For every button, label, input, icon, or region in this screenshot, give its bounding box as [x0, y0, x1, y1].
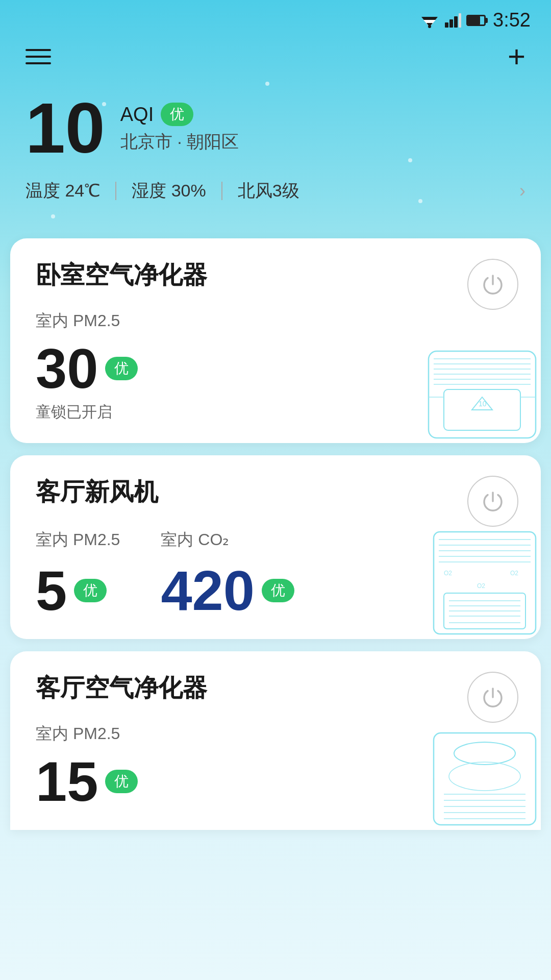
- temperature: 温度 24℃: [26, 179, 100, 203]
- power-icon-purifier2: [481, 685, 505, 709]
- svg-rect-4: [445, 22, 448, 28]
- svg-point-3: [428, 25, 431, 28]
- aqi-number: 10: [26, 92, 105, 164]
- quality-badge-bedroom: 优: [105, 357, 138, 380]
- quality-badge-pm25: 优: [74, 579, 107, 602]
- cards-container: 卧室空气净化器 室内 PM2.5 30 优 童锁已开启: [0, 238, 551, 830]
- svg-text:O2: O2: [510, 570, 518, 577]
- top-nav: +: [0, 36, 551, 82]
- weather-details: 温度 24℃ 湿度 30% 北风3级 ›: [26, 174, 525, 208]
- svg-point-36: [454, 742, 515, 765]
- add-button[interactable]: +: [508, 41, 525, 72]
- indoor-label-co2: 室内 CO₂: [161, 529, 294, 551]
- wifi-icon: [419, 13, 440, 28]
- aqi-quality-badge: 优: [161, 103, 193, 126]
- co2-metric: 室内 CO₂ 420 优: [161, 529, 294, 619]
- pm25-metric: 室内 PM2.5 5 优: [36, 529, 120, 619]
- power-icon-fresh: [481, 489, 505, 513]
- pm25-value-bedroom: 30: [36, 340, 98, 397]
- svg-rect-5: [449, 19, 453, 28]
- power-button-bedroom[interactable]: [467, 259, 518, 310]
- device-card-living-fresh: 客厅新风机 室内 PM2.5 5 优 室内 CO₂ 420 优: [10, 455, 541, 639]
- power-button-living-purifier[interactable]: [467, 672, 518, 723]
- pm25-value-living-purifier: 15: [36, 753, 98, 810]
- device-name-bedroom: 卧室空气净化器: [36, 259, 207, 291]
- weather-more-arrow[interactable]: ›: [519, 180, 525, 202]
- quality-badge-co2: 优: [262, 579, 294, 602]
- purifier-illustration-bedroom: 10: [418, 331, 541, 443]
- menu-button[interactable]: [26, 49, 51, 64]
- purifier2-illustration: [429, 728, 541, 830]
- signal-icon: [445, 13, 461, 28]
- status-time: 3:52: [493, 9, 531, 31]
- device-name-living-purifier: 客厅空气净化器: [36, 672, 207, 704]
- svg-point-37: [449, 762, 520, 791]
- svg-rect-7: [459, 13, 461, 28]
- status-icons: [419, 13, 486, 28]
- power-button-living-fresh[interactable]: [467, 476, 518, 527]
- weather-section: 10 AQI 优 北京市 · 朝阳区 温度 24℃ 湿度 30% 北风3级 ›: [0, 82, 551, 223]
- humidity: 湿度 30%: [132, 179, 206, 203]
- device-name-living-fresh: 客厅新风机: [36, 476, 158, 508]
- device-card-living-purifier: 客厅空气净化器 室内 PM2.5 15 优: [10, 651, 541, 830]
- wind: 北风3级: [238, 179, 299, 203]
- battery-icon: [466, 15, 486, 26]
- aqi-info: AQI 优 北京市 · 朝阳区: [120, 103, 239, 154]
- indoor-label-pm25: 室内 PM2.5: [36, 529, 120, 551]
- svg-text:O2: O2: [444, 570, 452, 577]
- aqi-row: 10 AQI 优 北京市 · 朝阳区: [26, 92, 525, 164]
- status-bar: 3:52: [0, 0, 551, 36]
- indoor-label-bedroom: 室内 PM2.5: [36, 310, 518, 332]
- quality-badge-living-purifier: 优: [105, 770, 138, 793]
- svg-rect-6: [454, 16, 458, 28]
- svg-rect-35: [434, 733, 536, 825]
- device-card-bedroom-purifier: 卧室空气净化器 室内 PM2.5 30 优 童锁已开启: [10, 238, 541, 443]
- svg-text:10: 10: [479, 400, 487, 408]
- aqi-label: AQI: [120, 104, 154, 126]
- location-text: 北京市 · 朝阳区: [120, 130, 239, 154]
- co2-value-living: 420: [161, 562, 255, 619]
- svg-text:O2: O2: [477, 582, 485, 590]
- fresh-air-illustration: O2 O2 O2: [429, 522, 541, 639]
- power-icon: [481, 273, 505, 296]
- pm25-value-living: 5: [36, 562, 67, 619]
